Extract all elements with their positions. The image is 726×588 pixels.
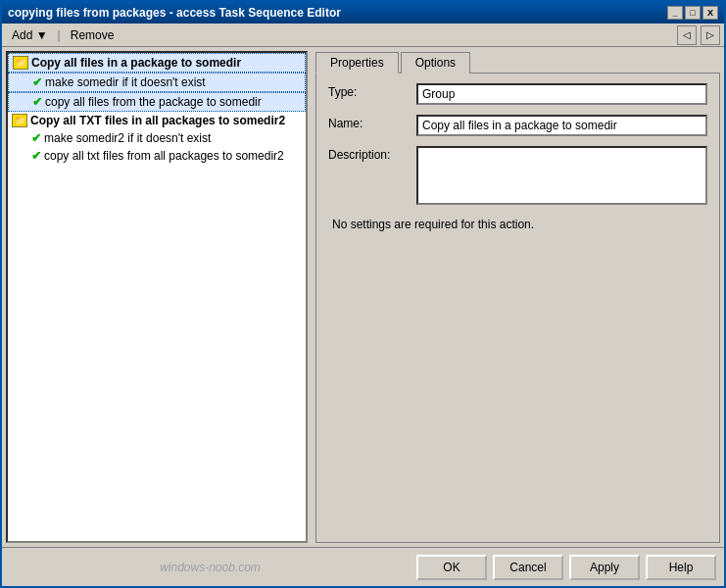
tree-group-2[interactable]: 📁 Copy all TXT files in all packages to … bbox=[8, 112, 306, 129]
tree-item-1-2[interactable]: ✔ copy all files from the package to som… bbox=[8, 92, 306, 112]
ok-button[interactable]: OK bbox=[416, 555, 487, 580]
tree-item-1-1-label: make somedir if it doesn't exist bbox=[45, 75, 206, 89]
tree-panel[interactable]: 📁 Copy all files in a package to somedir… bbox=[6, 51, 308, 543]
toolbar-icons: ◁ ▷ bbox=[677, 25, 720, 45]
minimize-button[interactable]: _ bbox=[667, 6, 683, 20]
check-icon-1-1: ✔ bbox=[32, 75, 42, 89]
tab-options[interactable]: Options bbox=[401, 52, 470, 74]
window-title: copying files from packages - access Tas… bbox=[8, 6, 341, 20]
name-row: Name: bbox=[328, 115, 707, 136]
type-value-container bbox=[416, 83, 707, 105]
tree-group-2-label: Copy all TXT files in all packages to so… bbox=[30, 114, 285, 127]
add-menu[interactable]: Add ▼ bbox=[6, 26, 54, 44]
content-area: 📁 Copy all files in a package to somedir… bbox=[2, 47, 724, 547]
name-input[interactable] bbox=[416, 115, 707, 136]
tab-properties[interactable]: Properties bbox=[315, 52, 399, 74]
type-input[interactable] bbox=[416, 83, 707, 105]
name-value-container bbox=[416, 115, 707, 136]
description-value-container bbox=[416, 146, 707, 208]
watermark: windows-noob.com bbox=[10, 561, 411, 574]
close-button[interactable]: X bbox=[702, 6, 718, 20]
tree-item-2-1[interactable]: ✔ make somedir2 if it doesn't exist bbox=[8, 129, 306, 147]
properties-content: Type: Name: Description: bbox=[315, 74, 720, 543]
maximize-button[interactable]: □ bbox=[685, 6, 701, 20]
help-button[interactable]: Help bbox=[646, 555, 716, 580]
type-label: Type: bbox=[328, 83, 416, 99]
remove-menu[interactable]: Remove bbox=[65, 26, 121, 44]
check-icon-1-2: ✔ bbox=[32, 95, 42, 109]
toolbar-back-icon[interactable]: ◁ bbox=[677, 25, 697, 45]
button-bar: windows-noob.com OK Cancel Apply Help bbox=[2, 547, 724, 586]
tree-item-1-2-label: copy all files from the package to somed… bbox=[45, 95, 262, 109]
window-controls: _ □ X bbox=[667, 6, 718, 20]
toolbar-forward-icon[interactable]: ▷ bbox=[701, 25, 720, 45]
apply-button[interactable]: Apply bbox=[569, 555, 640, 580]
properties-panel: Properties Options Type: Name: bbox=[315, 51, 720, 543]
tree-group-1[interactable]: 📁 Copy all files in a package to somedir bbox=[8, 53, 306, 73]
group-icon-2: 📁 bbox=[12, 114, 27, 127]
main-window: copying files from packages - access Tas… bbox=[0, 0, 726, 588]
tab-bar: Properties Options bbox=[315, 51, 720, 74]
tree-item-1-1[interactable]: ✔ make somedir if it doesn't exist bbox=[8, 73, 306, 92]
check-icon-2-1: ✔ bbox=[31, 131, 41, 145]
cancel-button[interactable]: Cancel bbox=[493, 555, 563, 580]
tree-item-2-1-label: make somedir2 if it doesn't exist bbox=[44, 131, 211, 145]
group-icon-1: 📁 bbox=[13, 56, 28, 70]
description-textarea[interactable] bbox=[416, 146, 707, 205]
settings-message: No settings are required for this action… bbox=[328, 218, 707, 231]
tree-item-2-2[interactable]: ✔ copy all txt files from all packages t… bbox=[8, 147, 306, 165]
description-label: Description: bbox=[328, 146, 416, 162]
type-row: Type: bbox=[328, 83, 707, 105]
name-label: Name: bbox=[328, 115, 416, 130]
tree-item-2-2-label: copy all txt files from all packages to … bbox=[44, 149, 284, 163]
tree-group-1-label: Copy all files in a package to somedir bbox=[31, 56, 241, 70]
menu-bar: Add ▼ | Remove ◁ ▷ bbox=[2, 24, 724, 47]
description-row: Description: bbox=[328, 146, 707, 208]
title-bar: copying files from packages - access Tas… bbox=[2, 2, 724, 24]
menu-separator: | bbox=[58, 28, 61, 42]
check-icon-2-2: ✔ bbox=[31, 149, 41, 163]
